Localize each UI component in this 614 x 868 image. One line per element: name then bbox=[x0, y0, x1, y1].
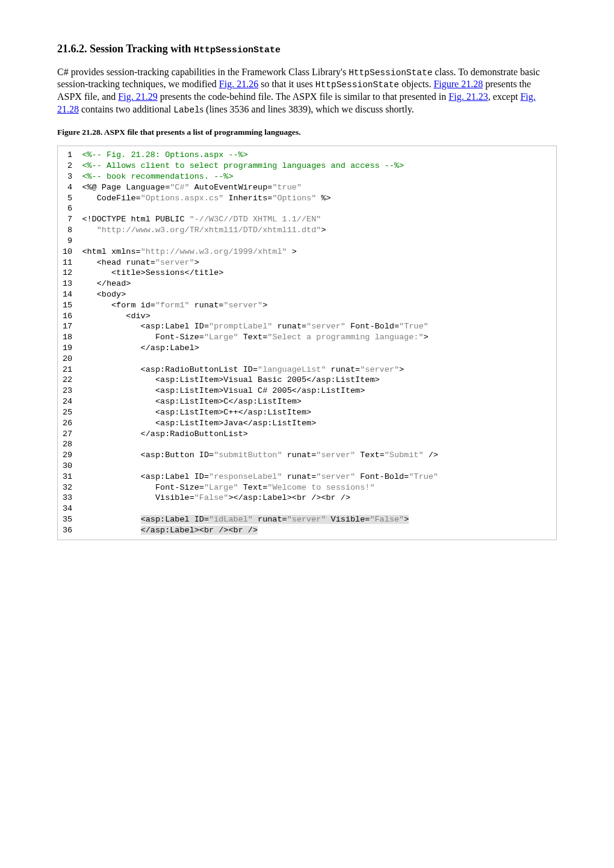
code-str: "C#" bbox=[170, 183, 189, 192]
code-line: 23 <asp:ListItem>Visual C# 2005</asp:Lis… bbox=[63, 386, 365, 395]
code-line: Text= bbox=[238, 483, 268, 492]
code-listing: 1 <%-- Fig. 21.28: Options.aspx --%> 2 <… bbox=[57, 146, 557, 540]
code-line: runat= bbox=[272, 322, 306, 331]
link-fig-21-26[interactable]: Fig. 21.26 bbox=[219, 79, 258, 89]
code-str: "true" bbox=[272, 183, 302, 192]
code-line: 2 bbox=[63, 161, 82, 170]
code-line: 14 <body> bbox=[63, 290, 126, 299]
p8: contains two additional bbox=[79, 104, 173, 114]
code-line: %> bbox=[316, 194, 330, 203]
code-str: "http://www.w3.org/1999/xhtml" bbox=[141, 247, 287, 256]
heading-number: 21.6.2. Session Tracking with bbox=[57, 43, 194, 55]
intro-paragraph: C# provides session-tracking capabilitie… bbox=[57, 66, 557, 116]
code-comment: <%-- Fig. 21.28: Options.aspx --%> bbox=[82, 150, 247, 159]
code-str: "-//W3C//DTD XHTML 1.1//EN" bbox=[190, 215, 321, 224]
code-line: 10 <html xmlns= bbox=[63, 247, 141, 256]
code-str: "Options" bbox=[272, 194, 316, 203]
code-line: runat= bbox=[326, 365, 360, 374]
code-line: 15 <form id= bbox=[63, 301, 155, 310]
code-line: 6 bbox=[63, 204, 72, 213]
code-str: "Large" bbox=[204, 333, 238, 342]
code-line: 26 <asp:ListItem>Java</asp:ListItem> bbox=[63, 419, 316, 428]
code-line: runat= bbox=[282, 451, 317, 460]
code-line: 9 bbox=[63, 236, 72, 245]
code-line: Font-Bold= bbox=[355, 472, 409, 481]
code-line: 5 CodeFile= bbox=[63, 194, 141, 203]
code-line: > bbox=[321, 226, 326, 235]
code-line: 35 bbox=[63, 515, 141, 524]
code-line: > bbox=[287, 247, 297, 256]
code-line: AutoEventWireup= bbox=[190, 183, 273, 192]
code-line: 17 <asp:Label ID= bbox=[63, 322, 209, 331]
p6: presents the code-behind file. The ASPX … bbox=[158, 91, 449, 102]
code-str: "responseLabel" bbox=[209, 472, 282, 481]
code-line: > bbox=[194, 258, 199, 267]
code-str: "Welcome to sessions!" bbox=[267, 483, 374, 492]
p3: so that it uses bbox=[258, 79, 315, 89]
code-str: "http://www.w3.org/TR/xhtml11/DTD/xhtml1… bbox=[97, 226, 321, 235]
code-line: runat= bbox=[282, 472, 317, 481]
code-hl: <asp:Label ID= bbox=[141, 515, 209, 524]
code-str: "server" bbox=[155, 258, 194, 267]
p7: , except bbox=[488, 91, 521, 102]
code-str: "form1" bbox=[155, 301, 190, 310]
code-line: > bbox=[399, 365, 404, 374]
section-heading: 21.6.2. Session Tracking with HttpSessio… bbox=[57, 42, 557, 57]
code-line: 13 </head> bbox=[63, 279, 131, 288]
code-str: "server" bbox=[306, 322, 346, 331]
code-str: "True" bbox=[399, 322, 429, 331]
code-line: > bbox=[424, 333, 429, 342]
code-comment: <%-- book recommendations. --%> bbox=[82, 172, 233, 181]
code-str: "server" bbox=[316, 472, 355, 481]
code-line: 12 <title>Sessions</title> bbox=[63, 268, 223, 277]
link-fig-21-29[interactable]: Fig. 21.29 bbox=[118, 91, 157, 102]
code-line: 7 <!DOCTYPE html PUBLIC bbox=[63, 215, 190, 224]
figure-caption: Figure 21.28. ASPX file that presents a … bbox=[57, 127, 557, 138]
code-hl: "idLabel" bbox=[209, 515, 253, 524]
code-line: Font-Bold= bbox=[346, 322, 399, 331]
mono3: Label bbox=[173, 105, 200, 115]
code-hl: Visible= bbox=[326, 515, 370, 524]
code-line: 28 bbox=[63, 440, 72, 449]
code-str: "True" bbox=[409, 472, 438, 481]
link-figure-21-28[interactable]: Figure 21.28 bbox=[433, 79, 483, 89]
p1: C# provides session-tracking capabilitie… bbox=[57, 67, 349, 77]
code-str: "promptLabel" bbox=[209, 322, 272, 331]
code-str: "Options.aspx.cs" bbox=[141, 194, 224, 203]
code-line: 24 <asp:ListItem>C</asp:ListItem> bbox=[63, 397, 302, 406]
code-hl: "server" bbox=[287, 515, 326, 524]
code-str: "server" bbox=[316, 451, 355, 460]
code-line: /> bbox=[424, 451, 438, 460]
code-line: > bbox=[262, 301, 267, 310]
p4: objects. bbox=[399, 79, 433, 89]
mono1: HttpSessionState bbox=[349, 68, 432, 78]
code-line: 18 Font-Size= bbox=[63, 333, 204, 342]
code-hl: runat= bbox=[253, 515, 287, 524]
code-str: "Select a programming language:" bbox=[267, 333, 423, 342]
code-line: 16 <div> bbox=[63, 312, 150, 321]
code-hl: > bbox=[404, 515, 409, 524]
code-line: 20 bbox=[63, 354, 72, 363]
code-line: 22 <asp:ListItem>Visual Basic 2005</asp:… bbox=[63, 375, 380, 384]
code-line: Text= bbox=[355, 451, 385, 460]
code-line: 27 </asp:RadioButtonList> bbox=[63, 429, 248, 439]
code-str: "languageList" bbox=[258, 365, 326, 374]
code-line: 11 <head runat= bbox=[63, 258, 155, 267]
link-fig-21-23[interactable]: Fig. 21.23 bbox=[448, 91, 488, 102]
code-line: 30 bbox=[63, 461, 72, 470]
code-line: 33 Visible= bbox=[63, 493, 194, 502]
code-str: "server" bbox=[360, 365, 399, 374]
code-line: 31 <asp:Label ID= bbox=[63, 472, 209, 481]
code-line: 29 <asp:Button ID= bbox=[63, 451, 214, 460]
code-line: 1 bbox=[63, 150, 82, 159]
code-str: "False" bbox=[194, 493, 229, 502]
code-str: "server" bbox=[223, 301, 262, 310]
mono2: HttpSessionState bbox=[315, 80, 399, 90]
code-str: "Submit" bbox=[385, 451, 424, 460]
code-line: 4 <%@ Page Language= bbox=[63, 183, 170, 192]
p9: s (lines 3536 and lines 3839), which we … bbox=[200, 104, 414, 114]
code-hl: </asp:Label><br /><br /> bbox=[141, 526, 258, 535]
code-line: 19 </asp:Label> bbox=[63, 343, 199, 352]
code-line: Text= bbox=[238, 333, 268, 342]
heading-mono: HttpSessionState bbox=[194, 45, 281, 55]
